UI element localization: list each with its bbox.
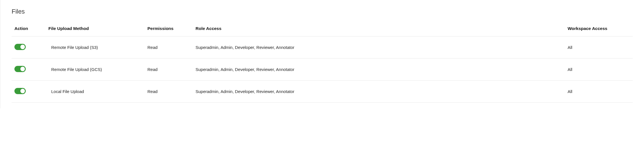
cell-role-access: Superadmin, Admin, Developer, Reviewer, … [196, 45, 568, 50]
cell-permissions: Read [147, 89, 196, 94]
cell-workspace-access: All [568, 67, 633, 72]
cell-method: Local File Upload [48, 89, 147, 94]
header-permissions: Permissions [147, 26, 196, 31]
cell-role-access: Superadmin, Admin, Developer, Reviewer, … [196, 67, 568, 72]
toggle-switch[interactable] [14, 66, 26, 72]
files-table: Action File Upload Method Permissions Ro… [12, 23, 633, 103]
table-row: Remote File Upload (GCS) Read Superadmin… [12, 59, 633, 81]
cell-role-access: Superadmin, Admin, Developer, Reviewer, … [196, 89, 568, 94]
cell-method: Remote File Upload (S3) [48, 45, 147, 50]
header-workspace-access: Workspace Access [568, 26, 633, 31]
toggle-switch[interactable] [14, 88, 26, 94]
section-title: Files [12, 8, 633, 15]
cell-workspace-access: All [568, 89, 633, 94]
cell-workspace-access: All [568, 45, 633, 50]
cell-action [12, 66, 48, 73]
cell-action [12, 88, 48, 95]
cell-action [12, 44, 48, 51]
header-file-upload-method: File Upload Method [48, 26, 147, 31]
table-row: Remote File Upload (S3) Read Superadmin,… [12, 36, 633, 59]
toggle-switch[interactable] [14, 44, 26, 50]
table-row: Local File Upload Read Superadmin, Admin… [12, 81, 633, 103]
cell-permissions: Read [147, 45, 196, 50]
header-action: Action [12, 26, 48, 31]
table-header-row: Action File Upload Method Permissions Ro… [12, 23, 633, 36]
cell-method: Remote File Upload (GCS) [48, 67, 147, 72]
header-role-access: Role Access [196, 26, 568, 31]
cell-permissions: Read [147, 67, 196, 72]
